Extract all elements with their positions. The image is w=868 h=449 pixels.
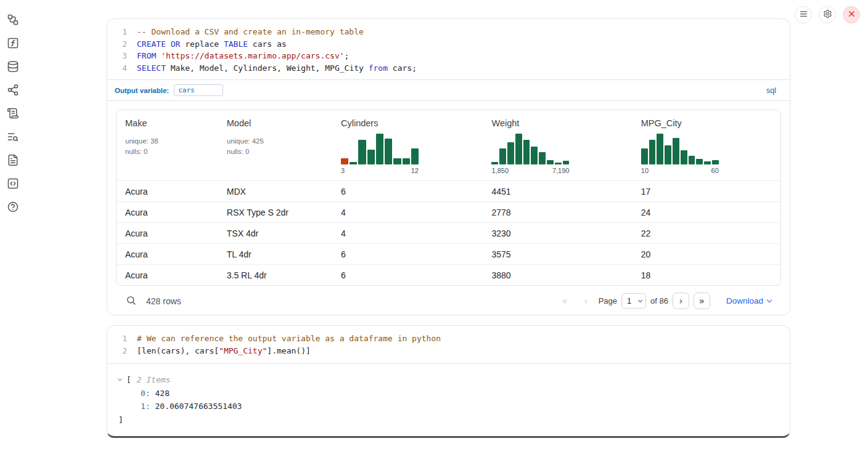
search-icon xyxy=(126,295,136,307)
histogram-bar[interactable] xyxy=(376,134,383,164)
histogram-bar[interactable] xyxy=(641,148,648,164)
python-code-editor[interactable]: 1 # We can reference the output variable… xyxy=(107,326,790,363)
histogram-bar[interactable] xyxy=(499,148,506,164)
language-badge[interactable]: sql xyxy=(766,86,782,95)
code-token: -- Download a CSV and create an in-memor… xyxy=(137,27,364,36)
stat-nulls: nulls: 0 xyxy=(227,147,324,157)
sql-code-editor[interactable]: 1 -- Download a CSV and create an in-mem… xyxy=(107,19,790,79)
histogram-bar[interactable] xyxy=(523,140,530,164)
histogram-bar[interactable] xyxy=(696,159,703,164)
code-token: ].mean()] xyxy=(267,346,310,355)
code-token: # We can reference the output variable a… xyxy=(137,334,441,343)
sidebar-item-outline[interactable] xyxy=(6,107,20,121)
table-footer: 428 rows « ‹ Page 1 of 86 › » Download xyxy=(116,286,781,315)
stat-unique: unique: 38 xyxy=(125,136,210,147)
last-page-button[interactable]: » xyxy=(694,293,710,309)
histogram-bar[interactable] xyxy=(358,140,366,164)
list-search-icon xyxy=(7,131,19,145)
chevron-down-icon xyxy=(767,297,772,302)
histogram-bar[interactable] xyxy=(563,161,570,164)
sidebar-item-snippets[interactable] xyxy=(6,177,20,191)
shutdown-button[interactable] xyxy=(843,6,860,23)
histogram-bar[interactable] xyxy=(681,150,687,164)
settings-button[interactable] xyxy=(819,6,836,23)
histogram-bar[interactable] xyxy=(539,152,546,164)
histogram-bar[interactable] xyxy=(367,150,375,164)
page-total-label: of 86 xyxy=(650,296,668,305)
open-bracket: [ xyxy=(126,373,131,387)
histogram-bar[interactable] xyxy=(350,162,357,164)
sidebar-item-datasources[interactable] xyxy=(6,60,20,74)
entry-value: 20.060747663551403 xyxy=(155,402,242,411)
previous-page-button[interactable]: ‹ xyxy=(578,293,594,309)
histogram-max: 12 xyxy=(411,167,419,174)
column-title: Model xyxy=(227,118,324,128)
column-header-model[interactable]: Model unique: 425 nulls: 0 xyxy=(218,110,332,181)
histogram-bar[interactable] xyxy=(531,147,538,164)
histogram-bar[interactable] xyxy=(657,134,663,164)
histogram-bar[interactable] xyxy=(385,139,392,164)
table-cell: Acura xyxy=(117,181,218,202)
sidebar xyxy=(6,14,20,214)
collapse-chevron-icon[interactable] xyxy=(118,377,122,381)
table-output: Make unique: 38 nulls: 0 Model unique: 4… xyxy=(116,110,781,315)
histogram-bar[interactable] xyxy=(649,140,656,164)
sidebar-item-dependency-graph[interactable] xyxy=(6,84,20,97)
histogram-bar[interactable] xyxy=(673,138,679,164)
output-variable-input[interactable] xyxy=(174,84,223,96)
output-variable-bar: Output variable: sql xyxy=(107,79,790,101)
table-row[interactable]: AcuraMDX6445117 xyxy=(117,181,780,202)
column-title: Weight xyxy=(491,118,623,128)
table-row[interactable]: AcuraTSX 4dr4323022 xyxy=(117,223,780,244)
chevron-left-icon: ‹ xyxy=(584,296,588,307)
next-page-button[interactable]: › xyxy=(673,293,689,309)
database-icon xyxy=(7,60,19,75)
sidebar-item-functions[interactable] xyxy=(6,37,20,51)
sidebar-item-logs[interactable] xyxy=(6,131,20,144)
column-stats: unique: 38 nulls: 0 xyxy=(125,136,210,156)
histogram-bar[interactable] xyxy=(555,163,562,164)
first-page-button[interactable]: « xyxy=(557,293,573,309)
cylinders-histogram xyxy=(341,134,419,164)
sidebar-item-documentation[interactable] xyxy=(6,154,20,168)
histogram-bar[interactable] xyxy=(491,162,498,164)
histogram-bar[interactable] xyxy=(689,156,695,164)
line-number: 4 xyxy=(107,62,127,75)
table-row[interactable]: AcuraTL 4dr6357520 xyxy=(117,244,780,265)
histogram-bar[interactable] xyxy=(393,158,401,164)
download-button[interactable]: Download xyxy=(726,296,771,305)
histogram-min: 1,850 xyxy=(491,167,509,174)
code-token: "MPG_City" xyxy=(219,346,267,355)
table-cell: 24 xyxy=(633,202,780,223)
menu-button[interactable] xyxy=(795,6,812,23)
graph-nodes-icon xyxy=(7,84,19,98)
page-select[interactable]: 1 xyxy=(621,293,646,309)
column-header-mpg-city[interactable]: MPG_City 10 60 xyxy=(633,110,780,181)
code-token: 'https://datasets.marimo.app/cars.csv' xyxy=(161,51,344,60)
file-tree-icon xyxy=(7,14,19,28)
histogram-bar[interactable] xyxy=(411,148,419,164)
table-cell: 17 xyxy=(633,181,780,202)
search-button[interactable] xyxy=(126,295,136,307)
histogram-bar[interactable] xyxy=(403,158,410,164)
column-header-weight[interactable]: Weight 1,850 7,190 xyxy=(483,110,632,181)
sidebar-item-file-explorer[interactable] xyxy=(6,14,20,27)
histogram-bar[interactable] xyxy=(341,158,348,164)
histogram-bar[interactable] xyxy=(665,145,671,164)
code-line: 1 # We can reference the output variable… xyxy=(107,333,790,345)
histogram-bar[interactable] xyxy=(507,142,514,164)
histogram-bar[interactable] xyxy=(547,160,554,164)
column-header-make[interactable]: Make unique: 38 nulls: 0 xyxy=(117,110,218,181)
table-row[interactable]: Acura3.5 RL 4dr6388018 xyxy=(117,265,780,286)
code-token: [len(cars), cars[ xyxy=(137,346,219,355)
column-header-cylinders[interactable]: Cylinders 3 12 xyxy=(332,110,483,181)
histogram-bar[interactable] xyxy=(712,160,719,164)
table-cell: MDX xyxy=(218,181,332,202)
entry-value: 428 xyxy=(155,389,169,398)
histogram-bar[interactable] xyxy=(704,161,711,164)
table-row[interactable]: AcuraRSX Type S 2dr4277824 xyxy=(117,202,780,223)
line-number: 3 xyxy=(107,50,127,62)
sql-cell: 1 -- Download a CSV and create an in-mem… xyxy=(107,18,790,315)
histogram-bar[interactable] xyxy=(515,134,522,164)
sidebar-item-help[interactable] xyxy=(6,201,20,214)
